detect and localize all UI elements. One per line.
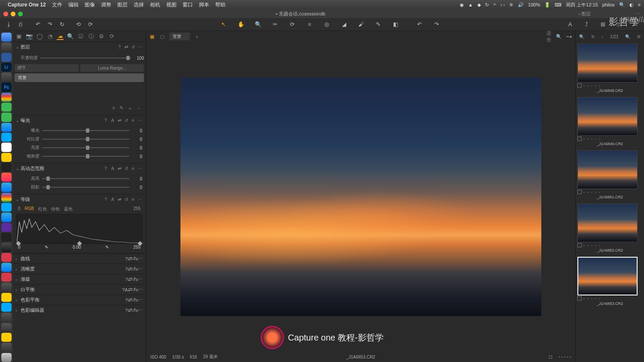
copy-icon[interactable]: ⇄ (116, 166, 122, 171)
menu-icon[interactable]: ⋯ (138, 256, 143, 262)
reset-icon[interactable]: ↺ (132, 266, 136, 272)
levels-high[interactable]: 255 (133, 206, 140, 212)
thumb-rating[interactable]: • • • • • (583, 137, 601, 141)
help-icon[interactable]: ? (103, 166, 109, 171)
collapsed-panel-0[interactable]: › 曲线 ? ⇄ ↺ ≡ ⋯ (13, 253, 146, 264)
exposure-value-3[interactable]: 0 (129, 154, 142, 159)
filter-icon[interactable]: ⟳ (637, 34, 641, 39)
reset-icon[interactable]: ↺ (123, 166, 129, 171)
chevron-down-icon[interactable]: ⌄ (15, 44, 21, 50)
dock-app-5[interactable] (1, 73, 12, 82)
mask-tool-icon[interactable]: ◢ (340, 20, 348, 29)
dock-app-24[interactable] (1, 263, 12, 272)
auto-icon[interactable]: A (110, 166, 116, 171)
copy-icon[interactable]: ⇄ (128, 266, 132, 272)
reset-icon[interactable]: ↺ (130, 45, 136, 49)
dock-app-12[interactable] (1, 143, 12, 152)
preset-icon[interactable]: ≡ (130, 118, 136, 123)
export-icon[interactable]: ⎙ (16, 20, 25, 29)
exposure-value-1[interactable]: 0 (129, 137, 142, 142)
dock-app-10[interactable] (1, 123, 12, 132)
upload-icon[interactable]: ⤴ (582, 20, 591, 29)
adjust-dropdown[interactable]: 调节 (15, 64, 79, 72)
hdr-slider-0[interactable] (42, 178, 129, 179)
reset-icon[interactable]: ↺ (132, 256, 136, 262)
dock-app-21[interactable] (1, 233, 12, 242)
exposure-value-0[interactable]: 0 (129, 128, 142, 133)
hdr-value-0[interactable]: 0 (129, 176, 142, 181)
menu-icon[interactable]: ⋯ (137, 118, 143, 123)
thumb-rating[interactable]: • • • • • (583, 243, 601, 247)
thumbnail-3[interactable]: • • • • • _J1A6852.CR2 (577, 204, 642, 252)
preset-icon[interactable]: ≡ (130, 197, 136, 202)
exposure-slider-3[interactable] (42, 156, 129, 157)
dock-app-16[interactable] (1, 183, 12, 192)
menu-script[interactable]: 脚本 (199, 1, 209, 9)
thumbnail-4[interactable]: • • • • • _J1A6853.CR2 (577, 257, 642, 306)
rating-checkbox[interactable]: ☐ (549, 355, 552, 359)
thumb-checkbox[interactable] (577, 137, 582, 141)
eraser-tool-icon[interactable]: ✎ (374, 20, 383, 29)
menu-edit[interactable]: 编辑 (68, 1, 79, 9)
zoom-slider[interactable]: ━● (566, 34, 573, 40)
collapsed-panel-5[interactable]: › 色彩编辑器 ? ⇄ ↺ ≡ ⋯ (13, 305, 146, 315)
dock-app-17[interactable] (1, 193, 12, 202)
menu-layers[interactable]: 图层 (117, 1, 128, 9)
menu-camera[interactable]: 相机 (150, 1, 160, 9)
thumb-rating[interactable]: • • • • • (583, 84, 601, 88)
menu-help[interactable]: 帮助 (215, 1, 226, 9)
spotlight-icon[interactable]: 🔍 (619, 2, 625, 8)
copy-icon[interactable]: ⇄ (128, 277, 132, 282)
copy-icon[interactable]: ⇄ (128, 307, 132, 313)
menu-select[interactable]: 选择 (134, 1, 144, 9)
hdr-value-1[interactable]: 0 (129, 185, 142, 190)
copy-icon[interactable]: ⇄ (128, 287, 132, 292)
exposure-value-2[interactable]: 0 (129, 146, 142, 150)
dock-app-14[interactable] (1, 163, 12, 172)
menu-icon[interactable]: ⋯ (138, 287, 143, 292)
user-name[interactable]: philos (602, 2, 615, 7)
clock[interactable]: 周四 上午12:15 (566, 2, 598, 8)
layer-add-icon[interactable]: ＋ (128, 105, 132, 112)
menu-icon[interactable]: ⋯ (138, 277, 143, 282)
dock-app-3[interactable] (1, 53, 12, 62)
cursor-tool-icon[interactable]: ↖ (220, 20, 228, 29)
thumb-checkbox[interactable] (577, 83, 582, 88)
rating-dots[interactable]: • • • • • (559, 355, 571, 359)
dock-app-31[interactable] (1, 333, 12, 342)
menu-icon[interactable]: ⋯ (137, 45, 143, 49)
reset-icon[interactable]: ↺ (132, 297, 136, 303)
dock-app-20[interactable] (1, 223, 12, 232)
search-icon[interactable]: 🔍 (579, 34, 584, 39)
menu-icon[interactable]: ⋯ (138, 307, 143, 313)
refresh-icon[interactable]: ↻ (591, 34, 595, 39)
layer-background[interactable]: 背景 (15, 73, 144, 82)
dock-app-22[interactable] (1, 243, 12, 252)
tab-lens-icon[interactable]: ◯ (36, 33, 43, 40)
thumb-checkbox[interactable] (577, 243, 582, 247)
opacity-value[interactable]: 100 (131, 56, 144, 61)
menu-icon[interactable]: ⋯ (137, 197, 143, 202)
search2-icon[interactable]: 🔍 (625, 34, 630, 39)
copy-icon[interactable]: ⇄ (123, 45, 129, 49)
notification-icon[interactable]: ≡ (638, 2, 641, 7)
autorotate-icon[interactable]: ⟲ (74, 20, 82, 29)
layer-remove-icon[interactable]: － (137, 105, 141, 112)
import-icon[interactable]: ⭳ (4, 20, 13, 29)
tab-batch-icon[interactable]: ⟳ (108, 33, 115, 40)
dock-app-30[interactable] (1, 323, 12, 332)
menu-image[interactable]: 图像 (85, 1, 95, 9)
auto-icon[interactable]: A (110, 118, 116, 123)
levels-tab-blue[interactable]: 蓝色 (64, 206, 73, 212)
copy-icon[interactable]: ⇄ (116, 118, 122, 123)
menu-icon[interactable]: ⋯ (137, 166, 143, 171)
layer-brush-icon[interactable]: ✎ (119, 105, 123, 112)
status-shield-icon[interactable]: ▲ (468, 2, 473, 7)
window-close-button[interactable] (3, 12, 8, 16)
app-name[interactable]: Capture One 12 (8, 2, 46, 8)
add-layer-icon[interactable]: ＋ (193, 33, 200, 40)
layer-sort-icon[interactable]: ≡ (113, 105, 115, 112)
status-timemachine-icon[interactable]: ↻ (485, 2, 489, 8)
levels-mid-point[interactable] (77, 241, 82, 246)
spot-tool-icon[interactable]: ◎ (323, 20, 331, 29)
